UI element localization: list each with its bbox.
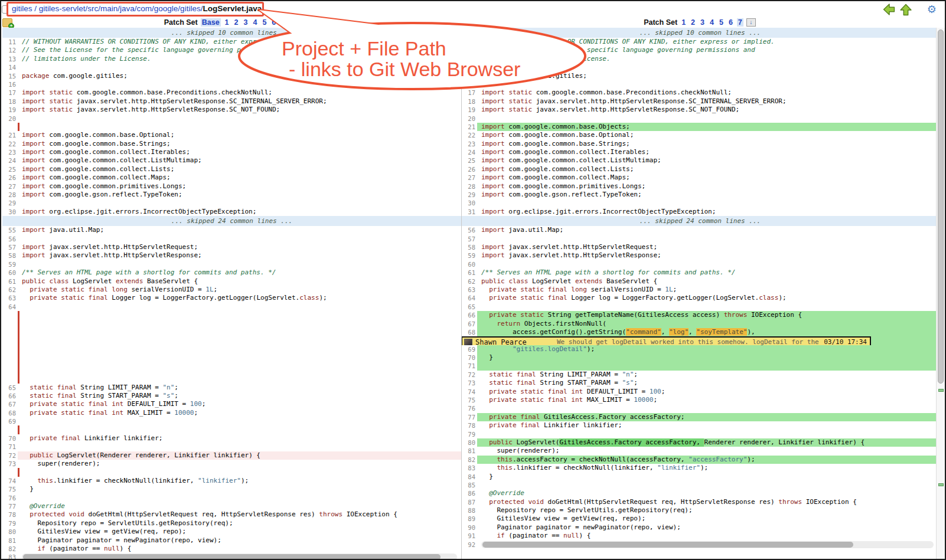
patchset-3[interactable]: 3 — [243, 18, 249, 27]
line-number[interactable]: 61 — [462, 268, 477, 277]
patchset-6[interactable]: 6 — [270, 18, 277, 27]
line-number[interactable]: 75 — [2, 485, 18, 493]
vertical-scrollbar[interactable] — [936, 28, 945, 559]
line-number[interactable]: 83 — [462, 464, 477, 472]
line-number[interactable]: 25 — [2, 165, 18, 173]
line-number[interactable]: 11 — [2, 38, 18, 46]
line-number[interactable]: 57 — [462, 235, 477, 243]
line-number[interactable]: 90 — [462, 523, 477, 532]
settings-gear-icon[interactable]: ⚙ — [927, 3, 937, 16]
comment-marker[interactable] — [938, 483, 944, 486]
patchset-7[interactable]: 7 — [280, 18, 286, 27]
line-number[interactable]: 29 — [2, 199, 18, 207]
line-number[interactable]: 20 — [462, 114, 477, 123]
line-number[interactable]: 24 — [2, 156, 18, 165]
line-number[interactable]: 28 — [2, 191, 18, 199]
line-number[interactable]: 14 — [2, 63, 18, 71]
line-number[interactable]: 16 — [2, 80, 18, 89]
line-number[interactable]: 18 — [2, 97, 18, 106]
line-number[interactable]: 76 — [2, 494, 18, 502]
line-number[interactable]: 27 — [2, 182, 18, 191]
line-number[interactable]: 16 — [462, 80, 477, 89]
line-number[interactable]: 72 — [2, 451, 18, 460]
patchset-base[interactable]: Base — [201, 18, 221, 27]
line-number[interactable]: 75 — [462, 396, 477, 404]
line-number[interactable]: 57 — [2, 243, 18, 251]
line-number[interactable]: 22 — [462, 131, 477, 139]
comment-thread[interactable]: Shawn Pearce We should get logDetail wor… — [462, 336, 871, 345]
line-number[interactable]: 74 — [462, 388, 477, 396]
line-number[interactable]: 63 — [462, 286, 477, 294]
line-number[interactable]: 71 — [462, 362, 477, 370]
line-number[interactable]: 91 — [462, 532, 477, 540]
patchset-5[interactable]: 5 — [261, 18, 268, 27]
patchset-4[interactable]: 4 — [252, 18, 258, 27]
line-number[interactable]: 62 — [2, 286, 18, 294]
line-number[interactable]: 64 — [462, 294, 477, 302]
line-number[interactable]: 59 — [2, 260, 18, 268]
line-number[interactable]: 68 — [462, 328, 477, 336]
line-number[interactable]: 86 — [462, 489, 477, 497]
vertical-scrollbar-thumb[interactable] — [938, 30, 944, 384]
line-number[interactable]: 12 — [2, 46, 18, 54]
line-number[interactable]: 20 — [2, 114, 18, 123]
line-number[interactable]: 80 — [2, 528, 18, 536]
line-number[interactable]: 61 — [2, 277, 18, 286]
line-number[interactable]: 31 — [462, 208, 477, 216]
horizontal-scrollbar-thumb[interactable] — [482, 542, 853, 548]
reviewed-checkbox[interactable] — [2, 5, 8, 14]
line-number[interactable]: 70 — [2, 434, 18, 443]
line-number[interactable]: 27 — [462, 173, 477, 182]
line-number[interactable]: 77 — [2, 502, 18, 510]
line-number[interactable]: 62 — [462, 277, 477, 286]
skipped-lines-banner[interactable]: ... skipped 10 common lines ... — [462, 28, 938, 38]
line-number[interactable]: 81 — [462, 447, 477, 455]
line-number[interactable]: 21 — [2, 131, 18, 139]
download-icon[interactable]: ↓ — [746, 18, 756, 27]
line-number[interactable]: 60 — [462, 260, 477, 268]
patchset-7[interactable]: 7 — [737, 18, 743, 27]
skipped-lines-banner[interactable]: ... skipped 10 common lines ... — [2, 28, 461, 38]
line-number[interactable]: 26 — [2, 173, 18, 182]
line-number[interactable]: 21 — [462, 123, 477, 131]
line-number[interactable]: 58 — [2, 251, 18, 260]
line-number[interactable]: 73 — [2, 460, 18, 468]
line-number[interactable]: 60 — [2, 268, 18, 277]
line-number[interactable]: 58 — [462, 243, 477, 251]
line-number[interactable]: 74 — [2, 477, 18, 485]
line-number[interactable]: 23 — [462, 140, 477, 148]
patchset-1[interactable]: 1 — [224, 18, 230, 27]
line-number[interactable]: 56 — [2, 235, 18, 243]
horizontal-scrollbar[interactable] — [22, 554, 457, 559]
file-path-link[interactable]: gitiles-servlet/src/main/java/com/google… — [39, 4, 203, 13]
line-number[interactable]: 78 — [462, 421, 477, 430]
line-number[interactable]: 69 — [462, 345, 477, 353]
line-number[interactable]: 73 — [462, 379, 477, 387]
line-number[interactable]: 88 — [462, 506, 477, 515]
line-number[interactable]: 63 — [2, 294, 18, 302]
line-number[interactable]: 67 — [2, 400, 18, 408]
line-number[interactable]: 64 — [2, 303, 18, 311]
line-number[interactable]: 72 — [462, 371, 477, 379]
line-number[interactable]: 19 — [462, 106, 477, 114]
line-number[interactable]: 14 — [462, 63, 477, 71]
line-number[interactable]: 66 — [462, 311, 477, 319]
project-link[interactable]: gitiles — [12, 4, 32, 13]
line-number[interactable]: 28 — [462, 182, 477, 191]
skipped-lines-banner[interactable]: ... skipped 24 common lines ... — [462, 216, 938, 226]
line-number[interactable]: 65 — [2, 384, 18, 392]
comment-marker[interactable] — [938, 389, 944, 392]
line-number[interactable]: 65 — [462, 303, 477, 311]
line-number[interactable]: 24 — [462, 148, 477, 156]
line-number[interactable]: 87 — [462, 498, 477, 506]
line-number[interactable]: 25 — [462, 156, 477, 165]
horizontal-scrollbar[interactable] — [481, 541, 934, 548]
line-number[interactable]: 11 — [462, 38, 477, 46]
previous-file-arrow-icon[interactable] — [883, 4, 895, 15]
line-number[interactable]: 68 — [2, 409, 18, 417]
patchset-5[interactable]: 5 — [718, 18, 725, 27]
line-number[interactable]: 23 — [2, 148, 18, 156]
line-number[interactable]: 30 — [462, 199, 477, 207]
line-number[interactable]: 26 — [462, 165, 477, 173]
line-number[interactable]: 56 — [462, 226, 477, 234]
